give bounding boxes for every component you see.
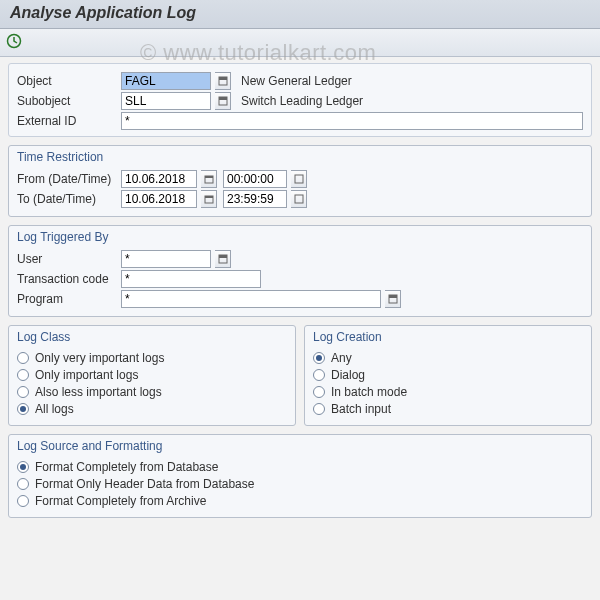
log-class-group: Log Class Only very important logsOnly i… — [8, 325, 296, 426]
time-restriction-group: Time Restriction From (Date/Time) To (Da… — [8, 145, 592, 217]
object-input[interactable] — [121, 72, 211, 90]
extid-label: External ID — [17, 114, 117, 128]
to-date-input[interactable] — [121, 190, 197, 208]
group-title: Log Source and Formatting — [9, 435, 591, 455]
log-creation-option-label: Dialog — [331, 368, 365, 382]
log-class-option[interactable]: Only very important logs — [17, 351, 287, 365]
log-class-option[interactable]: Also less important logs — [17, 385, 287, 399]
svg-rect-14 — [389, 295, 397, 298]
program-input[interactable] — [121, 290, 381, 308]
log-creation-option[interactable]: Batch input — [313, 402, 583, 416]
svg-rect-12 — [219, 255, 227, 258]
svg-rect-6 — [205, 176, 213, 178]
svg-rect-10 — [295, 195, 303, 203]
from-time-f4-icon[interactable] — [291, 170, 307, 188]
toolbar — [0, 29, 600, 57]
log-creation-option[interactable]: Any — [313, 351, 583, 365]
subobject-desc: Switch Leading Ledger — [241, 94, 363, 108]
log-creation-option[interactable]: Dialog — [313, 368, 583, 382]
radio-icon — [313, 386, 325, 398]
radio-icon — [17, 386, 29, 398]
svg-rect-9 — [205, 196, 213, 198]
svg-rect-4 — [219, 97, 227, 100]
radio-icon — [17, 461, 29, 473]
tcode-label: Transaction code — [17, 272, 117, 286]
group-title: Time Restriction — [9, 146, 591, 166]
radio-icon — [17, 403, 29, 415]
log-class-option-label: All logs — [35, 402, 74, 416]
subobject-label: Subobject — [17, 94, 117, 108]
user-label: User — [17, 252, 117, 266]
user-input[interactable] — [121, 250, 211, 268]
to-time-input[interactable] — [223, 190, 287, 208]
radio-icon — [313, 369, 325, 381]
log-class-option-label: Also less important logs — [35, 385, 162, 399]
radio-icon — [313, 403, 325, 415]
log-triggered-group: Log Triggered By User Transaction code P… — [8, 225, 592, 317]
radio-icon — [17, 352, 29, 364]
tcode-input[interactable] — [121, 270, 261, 288]
radio-icon — [17, 369, 29, 381]
radio-icon — [17, 495, 29, 507]
subobject-f4-icon[interactable] — [215, 92, 231, 110]
log-creation-option[interactable]: In batch mode — [313, 385, 583, 399]
to-date-f4-icon[interactable] — [201, 190, 217, 208]
log-source-option[interactable]: Format Completely from Database — [17, 460, 583, 474]
from-date-input[interactable] — [121, 170, 197, 188]
program-label: Program — [17, 292, 117, 306]
log-source-option-label: Format Only Header Data from Database — [35, 477, 254, 491]
radio-icon — [17, 478, 29, 490]
object-label: Object — [17, 74, 117, 88]
log-creation-option-label: In batch mode — [331, 385, 407, 399]
group-title: Log Class — [9, 326, 295, 346]
log-class-option[interactable]: Only important logs — [17, 368, 287, 382]
to-label: To (Date/Time) — [17, 192, 117, 206]
log-source-option[interactable]: Format Completely from Archive — [17, 494, 583, 508]
log-source-group: Log Source and Formatting Format Complet… — [8, 434, 592, 518]
log-class-option-label: Only important logs — [35, 368, 138, 382]
program-f4-icon[interactable] — [385, 290, 401, 308]
object-f4-icon[interactable] — [215, 72, 231, 90]
log-creation-group: Log Creation AnyDialogIn batch modeBatch… — [304, 325, 592, 426]
group-title: Log Creation — [305, 326, 591, 346]
log-source-option-label: Format Completely from Archive — [35, 494, 206, 508]
log-source-option[interactable]: Format Only Header Data from Database — [17, 477, 583, 491]
log-creation-option-label: Batch input — [331, 402, 391, 416]
from-date-f4-icon[interactable] — [201, 170, 217, 188]
execute-icon[interactable] — [6, 33, 22, 53]
radio-icon — [313, 352, 325, 364]
log-creation-option-label: Any — [331, 351, 352, 365]
to-time-f4-icon[interactable] — [291, 190, 307, 208]
object-desc: New General Ledger — [241, 74, 352, 88]
svg-rect-7 — [295, 175, 303, 183]
extid-input[interactable] — [121, 112, 583, 130]
selection-block: Object New General Ledger Subobject Swit… — [8, 63, 592, 137]
group-title: Log Triggered By — [9, 226, 591, 246]
log-source-option-label: Format Completely from Database — [35, 460, 218, 474]
user-f4-icon[interactable] — [215, 250, 231, 268]
page-title: Analyse Application Log — [0, 0, 600, 29]
subobject-input[interactable] — [121, 92, 211, 110]
log-class-option-label: Only very important logs — [35, 351, 164, 365]
from-time-input[interactable] — [223, 170, 287, 188]
log-class-option[interactable]: All logs — [17, 402, 287, 416]
from-label: From (Date/Time) — [17, 172, 117, 186]
svg-rect-2 — [219, 77, 227, 80]
